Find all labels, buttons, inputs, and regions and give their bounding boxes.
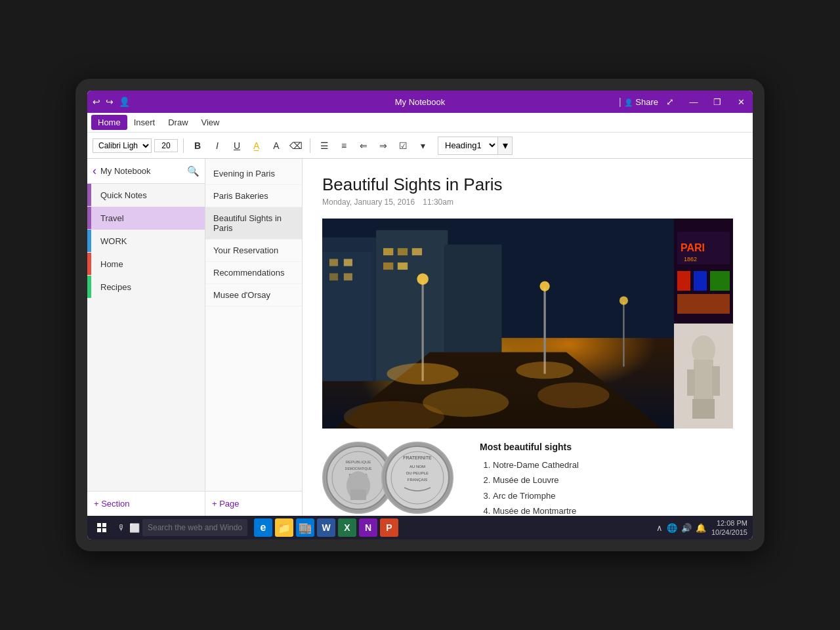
heading-select-wrapper: Heading1 Heading2 Normal ▾ — [438, 136, 513, 155]
sights-list: Most beautiful sights Notre-Dame Cathedr… — [480, 442, 733, 516]
sight-item-3: Arc de Triomphe — [493, 488, 733, 503]
heading-select[interactable]: Heading1 Heading2 Normal — [438, 138, 497, 152]
windows-logo-icon — [97, 523, 106, 532]
page-item-musee[interactable]: Musee d'Orsay — [205, 284, 302, 306]
taskbar-search-input[interactable] — [142, 519, 247, 536]
menu-home[interactable]: Home — [91, 115, 127, 130]
toolbar-separator-2 — [310, 138, 310, 153]
section-item-recipes[interactable]: Recipes — [87, 276, 205, 299]
svg-rect-47 — [350, 490, 366, 500]
bold-button[interactable]: B — [189, 137, 206, 154]
excel-app-button[interactable]: X — [338, 518, 356, 537]
clear-format-button[interactable]: ⌫ — [287, 137, 304, 154]
edge-app-button[interactable]: e — [254, 518, 272, 537]
dropdown-arrow-button[interactable]: ▾ — [414, 137, 431, 154]
page-item-beautiful-sights[interactable]: Beautiful Sights in Paris — [205, 207, 302, 240]
svg-rect-11 — [412, 248, 422, 255]
taskbar-right: ∧ 🌐 🔊 🔔 12:08 PM 10/24/2015 — [656, 518, 747, 537]
back-button[interactable]: ‹ — [93, 164, 96, 178]
underline-button[interactable]: U — [228, 137, 245, 154]
indent-increase-button[interactable]: ⇒ — [375, 137, 392, 154]
svg-text:REPUBLIQUE: REPUBLIQUE — [346, 460, 371, 464]
svg-rect-5 — [329, 259, 338, 266]
network-icon[interactable]: 🌐 — [667, 523, 677, 533]
svg-point-24 — [516, 362, 574, 379]
svg-point-26 — [620, 296, 628, 304]
svg-text:1862: 1862 — [684, 256, 697, 262]
side-photos: PARI 1862 — [674, 219, 733, 429]
restore-button[interactable]: ❐ — [705, 91, 729, 113]
page-item-recommendations[interactable]: Recommendations — [205, 262, 302, 284]
start-button[interactable] — [93, 518, 111, 537]
svg-point-21 — [387, 363, 458, 385]
chevron-up-icon[interactable]: ∧ — [656, 523, 663, 533]
numbering-button[interactable]: ≡ — [335, 137, 352, 154]
svg-text:AU NOM: AU NOM — [410, 465, 425, 469]
section-item-travel[interactable]: Travel — [87, 207, 205, 230]
app-title: My Notebook — [395, 97, 446, 107]
pages-panel: Evening in Paris Paris Bakeries Beautifu… — [205, 159, 303, 516]
menu-insert[interactable]: Insert — [127, 115, 162, 130]
onenote-app-button[interactable]: N — [359, 518, 377, 537]
note-meta: Monday, January 15, 2016 11:30am — [322, 198, 733, 207]
task-view-icon: ⬜ — [129, 523, 140, 533]
undo-button[interactable]: ↩ — [93, 96, 100, 107]
indent-decrease-button[interactable]: ⇐ — [355, 137, 372, 154]
sights-items: Notre-Dame Cathedral Musée de Louvre Arc… — [480, 457, 733, 516]
page-item-reservation[interactable]: Your Reservation — [205, 240, 302, 262]
sight-item-4: Musée de Montmartre — [493, 503, 733, 516]
font-name-select[interactable]: Calibri Light — [93, 138, 152, 153]
search-button[interactable]: 🔍 — [187, 165, 200, 177]
expand-button[interactable]: ⤢ — [666, 96, 674, 107]
svg-rect-9 — [383, 248, 393, 255]
minimize-button[interactable]: — — [682, 91, 705, 113]
note-area[interactable]: Beautiful Sights in Paris Monday, Januar… — [303, 159, 753, 516]
svg-point-20 — [417, 273, 429, 285]
ppt-app-button[interactable]: P — [380, 518, 398, 537]
note-bottom: REPUBLIQUE DEMOCRATIQUE DU PEUPLE — [322, 442, 733, 516]
window-controls: — ❐ ✕ — [682, 91, 753, 113]
store-app-button[interactable]: 🏬 — [296, 518, 314, 537]
coin-images: REPUBLIQUE DEMOCRATIQUE DU PEUPLE — [322, 442, 467, 516]
folder-app-button[interactable]: 📁 — [275, 518, 293, 537]
page-item-bakeries[interactable]: Paris Bakeries — [205, 185, 302, 207]
sections-header: ‹ My Notebook 🔍 — [87, 159, 205, 184]
add-page-button[interactable]: + Page — [205, 491, 302, 516]
font-size-input[interactable] — [154, 139, 178, 152]
taskbar: 🎙 ⬜ e 📁 🏬 W X N P ∧ 🌐 🔊 🔔 — [87, 516, 753, 539]
note-images: PARI 1862 — [322, 219, 733, 429]
heading-dropdown-button[interactable]: ▾ — [497, 137, 512, 154]
taskbar-tray: ∧ 🌐 🔊 🔔 — [656, 523, 706, 533]
svg-rect-12 — [383, 262, 393, 270]
note-time: 11:30am — [423, 198, 453, 207]
note-title: Beautiful Sights in Paris — [322, 175, 733, 195]
menu-view[interactable]: View — [195, 115, 226, 130]
share-button[interactable]: 👤 Share — [624, 97, 658, 107]
main-photo — [322, 219, 674, 429]
coin-right: FRATERNITE AU NOM DU PEUPLE FRANÇAIS — [381, 442, 453, 514]
font-color-button[interactable]: A — [268, 137, 285, 154]
speaker-icon[interactable]: 🔊 — [681, 523, 692, 533]
menu-draw[interactable]: Draw — [161, 115, 194, 130]
tablet-device: ↩ ↪ 👤 My Notebook — ❐ ✕ | 👤 Share ⤢ Home — [75, 79, 765, 551]
notification-icon[interactable]: 🔔 — [696, 523, 706, 533]
section-item-quicknotes[interactable]: Quick Notes — [87, 184, 205, 207]
word-app-button[interactable]: W — [317, 518, 335, 537]
svg-rect-32 — [694, 271, 707, 291]
add-section-button[interactable]: + Section — [87, 491, 205, 516]
bullets-button[interactable]: ☰ — [316, 137, 333, 154]
page-item-evening[interactable]: Evening in Paris — [205, 163, 302, 185]
microphone-icon: 🎙 — [117, 523, 125, 532]
redo-button[interactable]: ↪ — [106, 96, 114, 107]
checkbox-button[interactable]: ☑ — [394, 137, 411, 154]
italic-button[interactable]: I — [209, 137, 226, 154]
svg-rect-40 — [692, 399, 715, 419]
sight-item-1: Notre-Dame Cathedral — [493, 457, 733, 472]
close-button[interactable]: ✕ — [729, 91, 753, 113]
highlight-button[interactable]: A̲ — [248, 137, 265, 154]
svg-rect-38 — [687, 369, 695, 396]
section-item-home[interactable]: Home — [87, 253, 205, 276]
user-icon[interactable]: 👤 — [119, 96, 130, 107]
svg-rect-6 — [344, 259, 352, 266]
section-item-work[interactable]: WORK — [87, 230, 205, 253]
